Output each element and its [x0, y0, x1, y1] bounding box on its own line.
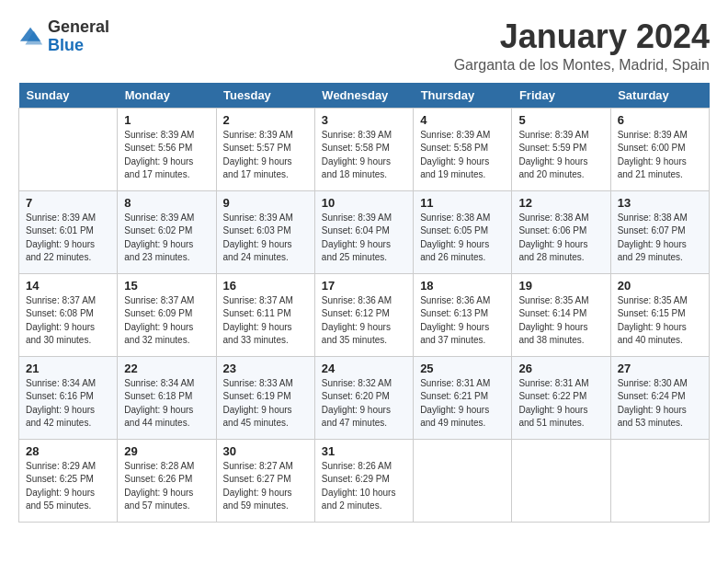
calendar-cell: 8Sunrise: 8:39 AM Sunset: 6:02 PM Daylig…: [118, 190, 216, 273]
logo-blue: Blue: [48, 36, 84, 54]
calendar-cell: 23Sunrise: 8:33 AM Sunset: 6:19 PM Dayli…: [216, 356, 314, 439]
day-number: 19: [518, 279, 603, 293]
day-number: 20: [618, 279, 702, 293]
weekday-header-saturday: Saturday: [610, 83, 709, 109]
day-info: Sunrise: 8:39 AM Sunset: 5:56 PM Dayligh…: [124, 129, 209, 182]
calendar-cell: 16Sunrise: 8:37 AM Sunset: 6:11 PM Dayli…: [216, 273, 314, 356]
calendar-cell: 19Sunrise: 8:35 AM Sunset: 6:14 PM Dayli…: [512, 273, 610, 356]
logo-text: General Blue: [48, 18, 109, 55]
day-number: 6: [618, 113, 702, 127]
calendar-cell: [610, 439, 709, 522]
day-number: 29: [124, 444, 209, 458]
day-number: 30: [223, 444, 308, 458]
calendar-cell: 22Sunrise: 8:34 AM Sunset: 6:18 PM Dayli…: [118, 356, 216, 439]
day-info: Sunrise: 8:27 AM Sunset: 6:27 PM Dayligh…: [223, 460, 308, 513]
logo: General Blue: [18, 18, 109, 55]
day-number: 17: [322, 279, 406, 293]
calendar-week-row: 7Sunrise: 8:39 AM Sunset: 6:01 PM Daylig…: [19, 190, 710, 273]
day-info: Sunrise: 8:35 AM Sunset: 6:15 PM Dayligh…: [618, 294, 702, 348]
day-number: 12: [518, 196, 603, 210]
day-info: Sunrise: 8:39 AM Sunset: 5:59 PM Dayligh…: [518, 129, 603, 182]
day-number: 4: [420, 113, 505, 127]
day-info: Sunrise: 8:37 AM Sunset: 6:08 PM Dayligh…: [26, 294, 110, 348]
day-number: 28: [26, 444, 110, 458]
day-info: Sunrise: 8:29 AM Sunset: 6:25 PM Dayligh…: [26, 460, 110, 513]
calendar-cell: [512, 439, 610, 522]
day-info: Sunrise: 8:39 AM Sunset: 5:57 PM Dayligh…: [223, 129, 308, 182]
calendar-cell: 7Sunrise: 8:39 AM Sunset: 6:01 PM Daylig…: [19, 190, 118, 273]
day-number: 2: [223, 113, 308, 127]
day-info: Sunrise: 8:39 AM Sunset: 5:58 PM Dayligh…: [322, 129, 406, 182]
day-number: 15: [124, 279, 209, 293]
day-number: 11: [420, 196, 505, 210]
location: Garganta de los Montes, Madrid, Spain: [454, 57, 710, 74]
calendar-cell: 9Sunrise: 8:39 AM Sunset: 6:03 PM Daylig…: [216, 190, 314, 273]
day-info: Sunrise: 8:31 AM Sunset: 6:22 PM Dayligh…: [518, 377, 603, 431]
calendar-cell: [19, 108, 118, 190]
weekday-header-wednesday: Wednesday: [314, 83, 413, 109]
calendar-cell: 30Sunrise: 8:27 AM Sunset: 6:27 PM Dayli…: [216, 439, 314, 522]
day-number: 23: [223, 362, 308, 375]
day-info: Sunrise: 8:39 AM Sunset: 6:03 PM Dayligh…: [223, 212, 308, 265]
calendar-cell: 28Sunrise: 8:29 AM Sunset: 6:25 PM Dayli…: [19, 439, 118, 522]
weekday-header-thursday: Thursday: [414, 83, 512, 109]
day-info: Sunrise: 8:39 AM Sunset: 5:58 PM Dayligh…: [420, 129, 505, 182]
calendar-cell: 2Sunrise: 8:39 AM Sunset: 5:57 PM Daylig…: [216, 108, 314, 190]
day-info: Sunrise: 8:30 AM Sunset: 6:24 PM Dayligh…: [618, 377, 702, 431]
weekday-header-monday: Monday: [118, 83, 216, 109]
calendar-cell: 17Sunrise: 8:36 AM Sunset: 6:12 PM Dayli…: [314, 273, 413, 356]
day-number: 22: [124, 362, 209, 375]
calendar-cell: 13Sunrise: 8:38 AM Sunset: 6:07 PM Dayli…: [610, 190, 709, 273]
day-info: Sunrise: 8:28 AM Sunset: 6:26 PM Dayligh…: [124, 460, 209, 513]
calendar-cell: 6Sunrise: 8:39 AM Sunset: 6:00 PM Daylig…: [610, 108, 709, 190]
day-number: 8: [124, 196, 209, 210]
day-info: Sunrise: 8:37 AM Sunset: 6:11 PM Dayligh…: [223, 294, 308, 348]
day-number: 27: [618, 362, 702, 375]
calendar-cell: 12Sunrise: 8:38 AM Sunset: 6:06 PM Dayli…: [512, 190, 610, 273]
day-number: 26: [518, 362, 603, 375]
calendar-cell: 20Sunrise: 8:35 AM Sunset: 6:15 PM Dayli…: [610, 273, 709, 356]
day-number: 25: [420, 362, 505, 375]
day-info: Sunrise: 8:31 AM Sunset: 6:21 PM Dayligh…: [420, 377, 505, 431]
calendar-cell: 21Sunrise: 8:34 AM Sunset: 6:16 PM Dayli…: [19, 356, 118, 439]
weekday-header-tuesday: Tuesday: [216, 83, 314, 109]
calendar-cell: 15Sunrise: 8:37 AM Sunset: 6:09 PM Dayli…: [118, 273, 216, 356]
weekday-header-friday: Friday: [512, 83, 610, 109]
title-block: January 2024 Garganta de los Montes, Mad…: [454, 18, 710, 74]
month-title: January 2024: [454, 18, 710, 55]
calendar-cell: 24Sunrise: 8:32 AM Sunset: 6:20 PM Dayli…: [314, 356, 413, 439]
day-info: Sunrise: 8:39 AM Sunset: 6:01 PM Dayligh…: [26, 212, 110, 265]
day-info: Sunrise: 8:39 AM Sunset: 6:04 PM Dayligh…: [322, 212, 406, 265]
calendar-table: SundayMondayTuesdayWednesdayThursdayFrid…: [18, 83, 710, 523]
calendar-cell: 26Sunrise: 8:31 AM Sunset: 6:22 PM Dayli…: [512, 356, 610, 439]
calendar-week-row: 1Sunrise: 8:39 AM Sunset: 5:56 PM Daylig…: [19, 108, 710, 190]
calendar-cell: [414, 439, 512, 522]
day-info: Sunrise: 8:26 AM Sunset: 6:29 PM Dayligh…: [322, 460, 406, 513]
calendar-cell: 18Sunrise: 8:36 AM Sunset: 6:13 PM Dayli…: [414, 273, 512, 356]
calendar-week-row: 14Sunrise: 8:37 AM Sunset: 6:08 PM Dayli…: [19, 273, 710, 356]
calendar-cell: 25Sunrise: 8:31 AM Sunset: 6:21 PM Dayli…: [414, 356, 512, 439]
calendar-cell: 31Sunrise: 8:26 AM Sunset: 6:29 PM Dayli…: [314, 439, 413, 522]
calendar-cell: 11Sunrise: 8:38 AM Sunset: 6:05 PM Dayli…: [414, 190, 512, 273]
day-number: 21: [26, 362, 110, 375]
day-number: 18: [420, 279, 505, 293]
day-number: 9: [223, 196, 308, 210]
page-header: General Blue January 2024 Garganta de lo…: [18, 18, 710, 74]
logo-general: General: [48, 17, 109, 36]
day-info: Sunrise: 8:34 AM Sunset: 6:18 PM Dayligh…: [124, 377, 209, 431]
day-info: Sunrise: 8:36 AM Sunset: 6:12 PM Dayligh…: [322, 294, 406, 348]
day-number: 5: [518, 113, 603, 127]
day-info: Sunrise: 8:33 AM Sunset: 6:19 PM Dayligh…: [223, 377, 308, 431]
day-number: 13: [618, 196, 702, 210]
day-info: Sunrise: 8:36 AM Sunset: 6:13 PM Dayligh…: [420, 294, 505, 348]
day-info: Sunrise: 8:32 AM Sunset: 6:20 PM Dayligh…: [322, 377, 406, 431]
day-info: Sunrise: 8:37 AM Sunset: 6:09 PM Dayligh…: [124, 294, 209, 348]
day-info: Sunrise: 8:39 AM Sunset: 6:00 PM Dayligh…: [618, 129, 702, 182]
calendar-cell: 5Sunrise: 8:39 AM Sunset: 5:59 PM Daylig…: [512, 108, 610, 190]
logo-icon: [18, 24, 44, 50]
weekday-header-sunday: Sunday: [19, 83, 118, 109]
day-info: Sunrise: 8:38 AM Sunset: 6:05 PM Dayligh…: [420, 212, 505, 265]
weekday-header-row: SundayMondayTuesdayWednesdayThursdayFrid…: [19, 83, 710, 109]
day-number: 1: [124, 113, 209, 127]
calendar-cell: 1Sunrise: 8:39 AM Sunset: 5:56 PM Daylig…: [118, 108, 216, 190]
